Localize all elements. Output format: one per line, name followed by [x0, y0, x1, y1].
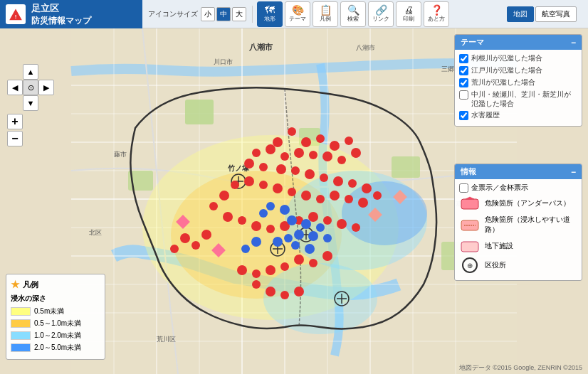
toolbar-btn-print[interactable]: 🖨 印刷	[396, 1, 421, 27]
legend-panel: ★ 凡例 浸水の深さ 0.5m未満 0.5～1.0m未満 1.0～2.0m未満 …	[6, 274, 105, 360]
theme-check-2[interactable]	[459, 66, 468, 75]
svg-point-85	[244, 176, 254, 186]
zoom-out-button[interactable]: −	[7, 131, 23, 146]
svg-point-104	[252, 269, 261, 278]
nav-center-button[interactable]: ⊙	[23, 80, 38, 95]
help-icon: ❓	[431, 5, 443, 15]
icon-size-medium[interactable]: 中	[216, 7, 231, 21]
attribution: 地図データ ©2015 Google, ZENRIN ©2015	[459, 363, 582, 373]
toolbar-btn-search[interactable]: 🔍 検索	[340, 1, 366, 27]
theme-close-button[interactable]: −	[571, 38, 576, 48]
svg-point-103	[266, 265, 275, 275]
svg-point-101	[294, 255, 304, 265]
nav-empty-tr	[38, 64, 54, 80]
flood-road-icon	[459, 217, 481, 233]
legend-color-3	[11, 331, 31, 340]
legend2-body: 金票示／金杯票示 危険箇所（アンダーパス）	[455, 179, 582, 280]
header-subtitle: 防災情報マップ	[31, 15, 91, 27]
nav-right-button[interactable]: ▶	[38, 80, 54, 95]
svg-point-127	[251, 237, 261, 247]
legend2-close-button[interactable]: −	[571, 167, 576, 177]
theme-item-3: 荒川が氾濫した場合	[459, 78, 577, 87]
svg-point-63	[294, 148, 304, 158]
svg-point-90	[238, 216, 246, 225]
toolbar-btn-link[interactable]: 🔗 リンク	[368, 1, 394, 27]
gold-check-checkbox[interactable]	[459, 183, 468, 193]
svg-point-106	[252, 280, 261, 289]
legend-label-1: 0.5m未満	[34, 306, 64, 316]
nav-left-button[interactable]: ◀	[7, 80, 23, 95]
svg-point-66	[252, 149, 261, 157]
svg-point-57	[330, 141, 340, 151]
gold-check-item: 金票示／金杯票示	[459, 183, 577, 193]
nav-up-button[interactable]: ▲	[23, 64, 38, 80]
svg-point-92	[266, 225, 275, 233]
icon-size-large[interactable]: 大	[232, 7, 246, 21]
svg-point-77	[358, 198, 368, 208]
svg-point-30	[342, 181, 427, 245]
legend-color-4	[11, 343, 31, 352]
svg-point-108	[280, 291, 289, 299]
svg-point-81	[301, 191, 311, 201]
icon-size-label: アイコンサイズ	[148, 9, 198, 19]
map-type-aerial[interactable]: 航空写真	[535, 6, 577, 22]
svg-point-65	[266, 144, 275, 154]
header-title: 足立区	[31, 2, 91, 15]
map-type-map[interactable]: 地図	[507, 6, 534, 22]
svg-point-107	[266, 287, 275, 296]
theme-label-5: 水害履歴	[471, 110, 500, 119]
depth-label: 浸水の深さ	[11, 294, 100, 304]
toolbar: アイコンサイズ 小 中 大 🗺 地形 🎨 テーマ 📋 凡例 🔍 検索 🔗 リンク…	[142, 0, 588, 28]
svg-point-79	[330, 191, 340, 201]
svg-point-125	[280, 205, 290, 215]
legend2-item-3: 地下施設	[459, 238, 577, 254]
theme-body: 利根川が氾濫した場合 江戸川が氾濫した場合 荒川が氾濫した場合 中川・綾瀬川、芝…	[455, 50, 582, 126]
legend2-item-4: ⊕ 区役所	[459, 257, 577, 273]
legend2-panel: 情報 − 金票示／金杯票示 危険箇所（アンダーパス）	[454, 164, 582, 281]
svg-point-115	[301, 219, 311, 229]
map-container[interactable]: 川口市 八潮市 三郷市 藤市 北区 葛飾区 荒川区 八潮市 竹ノ塚	[0, 28, 588, 374]
legend-item-1: 0.5m未満	[11, 306, 100, 316]
legend-item-4: 2.0～5.0m未満	[11, 343, 100, 353]
svg-text:八潮市: 八潮市	[248, 43, 273, 51]
svg-point-120	[323, 234, 332, 242]
svg-point-110	[201, 230, 211, 240]
svg-text:川口市: 川口市	[214, 58, 233, 65]
svg-point-59	[351, 148, 361, 158]
svg-rect-137	[461, 242, 478, 252]
zoom-in-button[interactable]: +	[7, 114, 23, 129]
svg-point-84	[259, 181, 268, 189]
svg-point-118	[284, 234, 293, 242]
toolbar-btn-map[interactable]: 🗺 地形	[257, 1, 283, 27]
nav-down-button[interactable]: ▼	[23, 95, 38, 111]
map-type-buttons: 地図 航空写真	[507, 6, 578, 22]
icon-size-small[interactable]: 小	[201, 7, 215, 21]
svg-point-56	[316, 134, 325, 143]
toolbar-label-link: リンク	[372, 15, 389, 23]
svg-point-64	[280, 152, 289, 161]
svg-point-60	[337, 156, 346, 164]
nav-empty-tl	[7, 64, 23, 80]
theme-item-2: 江戸川が氾濫した場合	[459, 65, 577, 75]
theme-check-1[interactable]	[459, 54, 468, 63]
theme-check-5[interactable]	[459, 111, 468, 120]
svg-text:荒川区: 荒川区	[157, 336, 176, 343]
svg-rect-22	[185, 100, 214, 124]
theme-check-3[interactable]	[459, 78, 468, 87]
legend-color-1	[11, 307, 31, 316]
print-icon: 🖨	[404, 5, 414, 15]
legend-label-2: 0.5～1.0m未満	[34, 319, 81, 328]
svg-point-126	[259, 209, 268, 218]
svg-point-55	[301, 137, 311, 147]
svg-point-96	[323, 216, 332, 225]
legend-label-4: 2.0～5.0m未満	[34, 343, 81, 353]
theme-check-4[interactable]	[459, 90, 468, 100]
svg-point-88	[209, 202, 218, 210]
toolbar-btn-legend[interactable]: 📋 凡例	[313, 1, 338, 27]
theme-header: テーマ −	[455, 35, 582, 50]
toolbar-btn-help[interactable]: ❓ あと方	[424, 1, 449, 27]
legend-label-3: 1.0～2.0m未満	[34, 331, 81, 341]
toolbar-btn-theme[interactable]: 🎨 テーマ	[285, 1, 310, 27]
legend2-item-2: 危険箇所（浸水しやすい道路）	[459, 215, 577, 235]
svg-point-105	[237, 265, 247, 275]
